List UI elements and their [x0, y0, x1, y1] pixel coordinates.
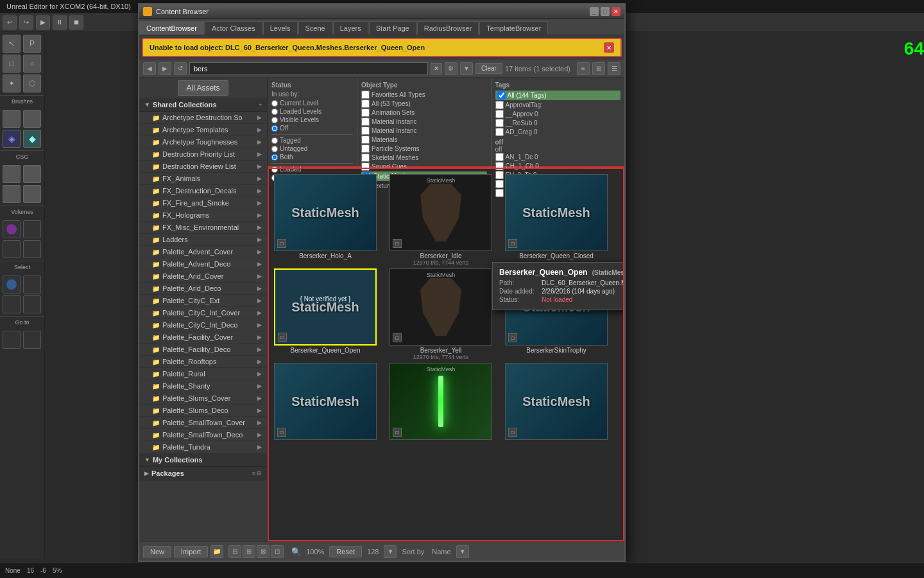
sidebar-item-palette-cityc-int-cover[interactable]: 📁 Palette_CityC_Int_Cover ▶ [139, 307, 267, 319]
tool-btn[interactable]: ↖ [3, 35, 21, 53]
tool-btn[interactable]: P [23, 35, 41, 53]
filter-material-instance-1[interactable]: Material Instanc [361, 118, 487, 126]
view-grid-button[interactable]: ⊞ [592, 62, 605, 75]
toolbar-btn-3[interactable]: ▶ [36, 15, 50, 30]
view-list-button[interactable]: ≡ [577, 62, 590, 75]
csg-btn[interactable] [3, 165, 21, 183]
sidebar-item-fx-holograms[interactable]: 📁 FX_Holograms ▶ [139, 209, 267, 222]
sidebar-item-palette-rural[interactable]: 📁 Palette_Rural ▶ [139, 368, 267, 380]
view-mode-btn-1[interactable]: ⊟ [228, 545, 241, 558]
tab-levels[interactable]: Levels [263, 21, 298, 35]
vol-btn[interactable] [3, 220, 21, 238]
asset-item-berserker-holo-a[interactable]: StaticMesh □ Berserker_Holo_A [274, 174, 377, 266]
sidebar-item-palette-slums-cover[interactable]: 📁 Palette_Slums_Cover ▶ [139, 392, 267, 405]
vol-btn[interactable] [23, 220, 41, 238]
asset-item-berserker-queen-open[interactable]: { Not verified yet } StaticMesh □ Berser… [274, 268, 377, 360]
packages-grid-icon[interactable]: ⊞ [257, 470, 262, 477]
filter-all-types[interactable]: All (53 Types) [361, 100, 487, 108]
sidebar-item-destruction-priority[interactable]: 📁 Destruction Priority List ▶ [139, 148, 267, 161]
toolbar-btn-5[interactable]: ⏹ [69, 15, 83, 30]
brush-btn[interactable] [23, 110, 41, 128]
asset-item-7[interactable]: StaticMesh □ [274, 363, 377, 440]
goto-btn[interactable] [23, 331, 41, 349]
sidebar-item-arrow[interactable]: ▶ [257, 139, 262, 145]
sidebar-item-fx-misc[interactable]: 📁 FX_Misc_Environmental ▶ [139, 222, 267, 234]
import-button[interactable]: Import [174, 546, 208, 557]
close-button[interactable]: ✕ [612, 7, 620, 16]
filter-tag-adgreg[interactable]: AD_Greg 0 [495, 128, 621, 136]
sidebar-item-fx-destruction[interactable]: 📁 FX_Destruction_Decals ▶ [139, 185, 267, 197]
sidebar-item-arrow[interactable]: ▶ [257, 273, 262, 279]
sidebar-item-palette-smalltown-cover[interactable]: 📁 Palette_SmallTown_Cover ▶ [139, 417, 267, 429]
tab-radius-browser[interactable]: RadiusBrowser [417, 21, 479, 35]
sidebar-item-palette-tundra[interactable]: 📁 Palette_Tundra ▶ [139, 441, 267, 453]
tab-scene[interactable]: Scene [298, 21, 332, 35]
vol-btn[interactable] [3, 240, 21, 258]
view-mode-btn-2[interactable]: ⊞ [243, 545, 255, 558]
filter-materials[interactable]: Materials [361, 136, 487, 144]
sidebar-item-arrow[interactable]: ▶ [257, 188, 262, 194]
new-button[interactable]: New [143, 546, 171, 557]
sel-btn[interactable] [3, 295, 21, 313]
nav-options-button[interactable]: ⚙ [445, 62, 458, 75]
sidebar-item-palette-cityc-int-deco[interactable]: 📁 Palette_CityC_Int_Deco ▶ [139, 319, 267, 331]
folder-button[interactable]: 📁 [210, 545, 223, 558]
filter-animation-sets[interactable]: Animation Sets [361, 109, 487, 117]
filter-current-level[interactable]: Current Level [271, 100, 353, 107]
sidebar-item-arrow[interactable]: ▶ [257, 395, 262, 401]
tool-btn[interactable]: □ [3, 55, 21, 73]
sidebar-item-palette-slums-deco[interactable]: 📁 Palette_Slums_Deco ▶ [139, 405, 267, 417]
sidebar-item-palette-smalltown-deco[interactable]: 📁 Palette_SmallTown_Deco ▶ [139, 429, 267, 441]
sidebar-item-arrow[interactable]: ▶ [257, 163, 262, 170]
sidebar-item-palette-facility-deco[interactable]: 📁 Palette_Facility_Deco ▶ [139, 344, 267, 356]
count-dropdown[interactable]: ▼ [384, 545, 397, 558]
filter-untagged[interactable]: Untagged [271, 145, 353, 152]
shared-collections-header[interactable]: ▼ Shared Collections + [139, 98, 267, 112]
tab-start-page[interactable]: Start Page [369, 21, 416, 35]
filter-tag-approv0[interactable]: __Approv 0 [495, 110, 621, 118]
nav-back-button[interactable]: ◀ [143, 62, 156, 75]
view-mode-btn-4[interactable]: ⊡ [271, 545, 284, 558]
tab-layers[interactable]: Layers [333, 21, 368, 35]
asset-item-berserker-yell[interactable]: StaticMesh □ Berserker_Yell 12970 tris, … [389, 268, 492, 360]
goto-btn[interactable] [3, 331, 21, 349]
sidebar-item-fx-fire-smoke[interactable]: 📁 FX_Fire_and_Smoke ▶ [139, 197, 267, 209]
nav-forward-button[interactable]: ▶ [158, 62, 171, 75]
warning-close-button[interactable]: ✕ [604, 42, 614, 53]
filter-tag-an1dc[interactable]: AN_1_Dc 0 [495, 153, 621, 161]
sel-btn[interactable] [23, 276, 41, 293]
vol-btn[interactable] [23, 240, 41, 258]
sidebar-item-archetype-destruction[interactable]: 📁 Archetype Destruction So ▶ [139, 112, 267, 124]
nav-settings-button[interactable]: ▼ [460, 62, 473, 75]
filter-material-instance-2[interactable]: Material Instanc [361, 127, 487, 135]
toolbar-btn-2[interactable]: ↪ [19, 15, 33, 30]
asset-item-9[interactable]: StaticMesh □ [505, 363, 608, 440]
sel-btn[interactable] [23, 295, 41, 313]
search-clear-button[interactable]: ✕ [431, 63, 442, 74]
search-input[interactable] [189, 62, 428, 75]
sidebar-item-arrow[interactable]: ▶ [257, 407, 262, 414]
filter-tag-approval[interactable]: ApprovalTag: [495, 101, 621, 109]
sidebar-item-arrow[interactable]: ▶ [257, 310, 262, 316]
sidebar-item-fx-animals[interactable]: 📁 FX_Animals ▶ [139, 173, 267, 185]
sidebar-item-archetype-toughnesses[interactable]: 📁 Archetype Toughnesses ▶ [139, 136, 267, 148]
sidebar-item-arrow[interactable]: ▶ [257, 322, 262, 328]
csg-btn[interactable] [23, 165, 41, 183]
asset-item-berserker-queen-closed[interactable]: StaticMesh □ Berserker_Queen_Closed [505, 174, 608, 266]
filter-skeletal-meshes[interactable]: Skeletal Meshes [361, 153, 487, 162]
toolbar-btn-4[interactable]: ⏸ [53, 15, 67, 30]
tool-btn[interactable]: ○ [23, 55, 41, 73]
reset-button[interactable]: Reset [329, 546, 362, 557]
tab-content-browser[interactable]: ContentBrowser [139, 21, 204, 35]
packages-list-icon[interactable]: ≡ [252, 470, 255, 477]
brush-btn[interactable]: ◆ [23, 130, 41, 148]
filter-loaded-levels[interactable]: Loaded Levels [271, 108, 353, 115]
view-details-button[interactable]: ☰ [608, 62, 620, 75]
sidebar-item-arrow[interactable]: ▶ [257, 236, 262, 243]
sidebar-item-arrow[interactable]: ▶ [257, 432, 262, 438]
sidebar-item-palette-rooftops[interactable]: 📁 Palette_Rooftops ▶ [139, 356, 267, 368]
csg-btn[interactable] [3, 185, 21, 203]
sidebar-item-palette-facility-cover[interactable]: 📁 Palette_Facility_Cover ▶ [139, 331, 267, 344]
sidebar-item-arrow[interactable]: ▶ [257, 127, 262, 133]
sidebar-item-palette-shanty[interactable]: 📁 Palette_Shanty ▶ [139, 380, 267, 392]
